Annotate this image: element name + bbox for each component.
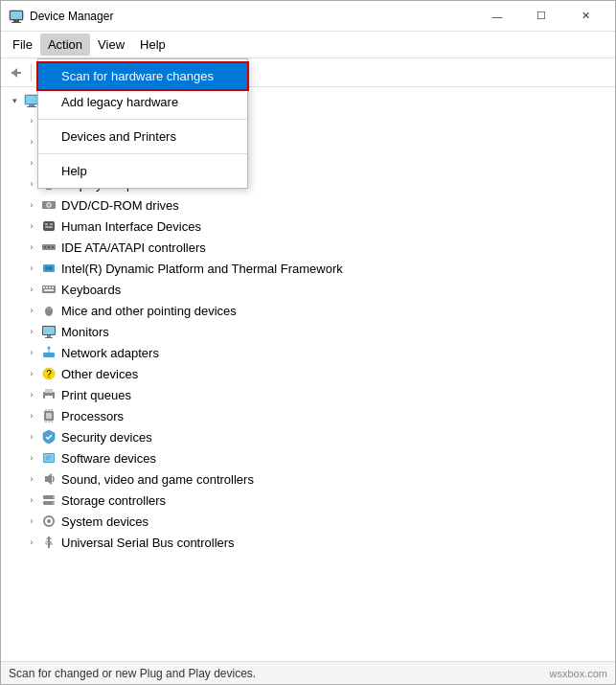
svg-rect-68 xyxy=(46,413,52,419)
app-icon xyxy=(9,9,24,24)
tree-item-network[interactable]: ›Network adapters xyxy=(1,342,615,363)
menu-file[interactable]: File xyxy=(5,34,40,56)
tree-item-monitors[interactable]: ›Monitors xyxy=(1,321,615,342)
system-label: System devices xyxy=(61,514,148,529)
svg-point-83 xyxy=(53,502,55,504)
action-scan[interactable]: Scan for hardware changes xyxy=(38,63,247,89)
other-label: Other devices xyxy=(61,367,138,381)
usb-icon xyxy=(41,535,57,550)
svg-rect-65 xyxy=(45,389,53,393)
maximize-button[interactable]: ☐ xyxy=(519,1,563,32)
chevron-icon: › xyxy=(24,218,39,234)
tree-item-dvd[interactable]: ›DVD/CD-ROM drives xyxy=(1,194,615,216)
svg-rect-37 xyxy=(45,223,48,225)
keyboards-icon xyxy=(41,282,57,297)
status-text: Scan for changed or new Plug and Play de… xyxy=(9,667,256,680)
tree-item-print[interactable]: ›Print queues xyxy=(1,384,615,405)
menu-view[interactable]: View xyxy=(90,34,132,56)
svg-point-85 xyxy=(47,519,51,523)
mice-label: Mice and other pointing devices xyxy=(61,304,237,318)
chevron-icon: › xyxy=(24,240,39,255)
dvd-label: DVD/CD-ROM drives xyxy=(61,198,179,213)
svg-rect-57 xyxy=(47,335,51,337)
tree-item-hid[interactable]: ›Human Interface Devices xyxy=(1,216,615,237)
root-chevron: ▾ xyxy=(7,93,22,108)
action-devices-printers[interactable]: Devices and Printers xyxy=(38,124,247,149)
chevron-icon: › xyxy=(24,535,39,550)
toolbar-separator xyxy=(31,64,32,81)
svg-rect-42 xyxy=(48,246,50,248)
svg-point-35 xyxy=(48,204,50,206)
monitors-label: Monitors xyxy=(61,325,109,339)
tree-item-storage[interactable]: ›Storage controllers xyxy=(1,490,615,511)
monitors-icon xyxy=(41,324,57,339)
keyboards-label: Keyboards xyxy=(61,283,121,297)
menu-separator-2 xyxy=(38,153,247,154)
action-help[interactable]: Help xyxy=(38,158,247,184)
chevron-icon: › xyxy=(24,324,39,339)
chevron-icon: › xyxy=(24,303,39,318)
svg-marker-79 xyxy=(45,473,52,485)
hid-icon xyxy=(41,218,57,234)
chevron-icon: › xyxy=(24,366,39,381)
other-icon: ? xyxy=(41,366,57,381)
svg-rect-66 xyxy=(45,396,53,400)
storage-icon xyxy=(41,492,57,508)
status-branding: wsxbox.com xyxy=(549,668,607,679)
chevron-icon: › xyxy=(24,261,39,276)
window-title: Device Manager xyxy=(30,10,475,23)
close-button[interactable]: ✕ xyxy=(563,1,607,32)
svg-rect-19 xyxy=(27,106,36,107)
action-dropdown: Scan for hardware changes Add legacy har… xyxy=(37,58,248,189)
tree-item-security[interactable]: ›Security devices xyxy=(1,426,615,447)
svg-rect-45 xyxy=(45,266,53,270)
svg-rect-41 xyxy=(44,246,46,248)
processors-icon xyxy=(41,408,57,423)
storage-label: Storage controllers xyxy=(61,493,166,508)
hid-label: Human Interface Devices xyxy=(61,219,201,234)
svg-rect-56 xyxy=(43,327,55,334)
menu-bar: File Action View Help Scan for hardware … xyxy=(1,32,615,58)
window-controls: — ☐ ✕ xyxy=(475,1,607,32)
tree-item-other[interactable]: ›?Other devices xyxy=(1,363,615,384)
svg-rect-18 xyxy=(29,104,34,106)
svg-rect-49 xyxy=(49,286,51,288)
svg-rect-39 xyxy=(45,226,53,228)
status-bar: Scan for changed or new Plug and Play de… xyxy=(1,661,615,684)
network-icon xyxy=(41,345,57,360)
menu-help[interactable]: Help xyxy=(132,34,173,56)
tree-item-usb[interactable]: ›Universal Serial Bus controllers xyxy=(1,532,615,553)
svg-rect-38 xyxy=(50,223,53,225)
tree-item-ide[interactable]: ›IDE ATA/ATAPI controllers xyxy=(1,237,615,258)
chevron-icon: › xyxy=(24,471,39,487)
chevron-icon: › xyxy=(24,387,39,402)
minimize-button[interactable]: — xyxy=(475,1,519,32)
svg-rect-5 xyxy=(11,72,21,74)
chevron-icon: › xyxy=(24,282,39,297)
system-icon xyxy=(41,514,57,529)
svg-rect-47 xyxy=(43,286,45,288)
chevron-icon: › xyxy=(24,345,39,360)
tree-item-mice[interactable]: ›Mice and other pointing devices xyxy=(1,300,615,321)
svg-marker-87 xyxy=(46,537,52,539)
svg-point-61 xyxy=(48,347,51,350)
tree-item-software[interactable]: ›Software devices xyxy=(1,447,615,468)
tree-item-system[interactable]: ›System devices xyxy=(1,511,615,532)
chevron-icon: › xyxy=(24,492,39,508)
tree-item-intel[interactable]: ›Intel(R) Dynamic Platform and Thermal F… xyxy=(1,258,615,279)
tree-item-keyboards[interactable]: ›Keyboards xyxy=(1,279,615,300)
sound-icon xyxy=(41,471,57,487)
chevron-icon: › xyxy=(24,197,39,213)
chevron-icon: › xyxy=(24,450,39,466)
device-manager-window: Device Manager — ☐ ✕ File Action View He… xyxy=(0,0,616,685)
print-icon xyxy=(41,387,57,402)
back-button[interactable] xyxy=(5,61,28,84)
tree-item-sound[interactable]: ›Sound, video and game controllers xyxy=(1,468,615,490)
action-legacy[interactable]: Add legacy hardware xyxy=(38,89,247,115)
menu-action[interactable]: Action xyxy=(40,34,90,56)
svg-text:?: ? xyxy=(46,369,52,379)
title-bar: Device Manager — ☐ ✕ xyxy=(1,1,615,32)
usb-label: Universal Serial Bus controllers xyxy=(61,536,235,550)
tree-item-processors[interactable]: ›Processors xyxy=(1,405,615,426)
mice-icon xyxy=(41,303,57,318)
